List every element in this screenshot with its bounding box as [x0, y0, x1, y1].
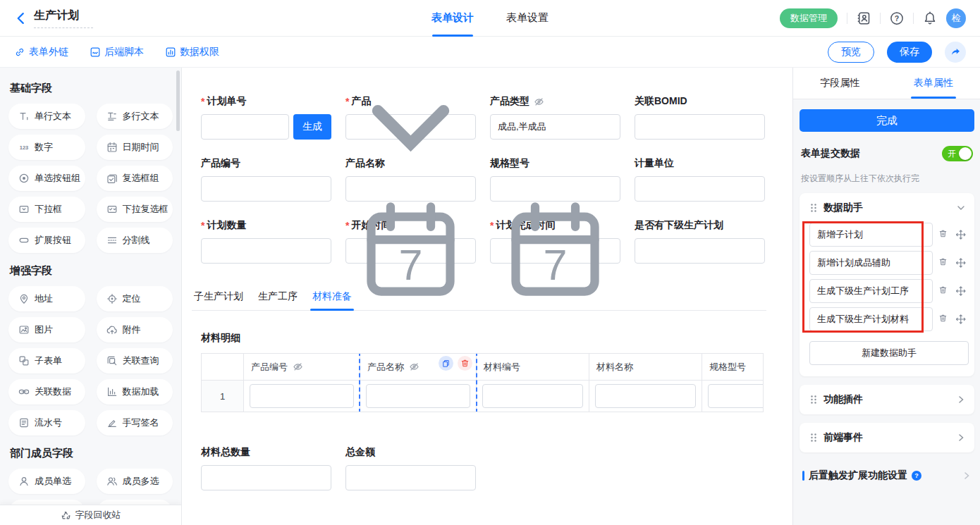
- finish-button[interactable]: 完成: [800, 109, 974, 132]
- field-label: 产品类型: [490, 94, 620, 109]
- assistant-item[interactable]: 新增子计划: [809, 223, 933, 247]
- share-icon[interactable]: [945, 42, 966, 63]
- canvas-subtab-2[interactable]: 材料准备: [310, 290, 354, 310]
- field-input[interactable]: [635, 238, 765, 264]
- field-pill-address[interactable]: 地址: [8, 286, 85, 311]
- bell-icon[interactable]: [923, 11, 937, 25]
- trash-icon[interactable]: [938, 285, 950, 297]
- field-pill-serial-number[interactable]: 流水号: [8, 410, 85, 436]
- help-icon[interactable]: ?: [890, 11, 904, 25]
- required-asterisk: *: [345, 96, 349, 107]
- table-cell-input[interactable]: [366, 384, 470, 408]
- field-pill-attachment[interactable]: 附件: [97, 317, 173, 342]
- drag-handle-icon[interactable]: [809, 203, 818, 213]
- field-recycle-bin[interactable]: 字段回收站: [0, 505, 181, 525]
- trash-icon[interactable]: [938, 314, 950, 325]
- field-input[interactable]: [201, 238, 331, 264]
- panel-card-header[interactable]: 功能插件: [800, 385, 974, 414]
- save-button[interactable]: 保存: [887, 42, 932, 63]
- data-manage-button[interactable]: 数据管理: [780, 8, 838, 28]
- data-assistant-header[interactable]: 数据助手: [800, 193, 974, 223]
- move-icon[interactable]: [955, 285, 967, 297]
- table-cell-input[interactable]: [482, 384, 583, 408]
- field-pill-multi-dropdown[interactable]: 下拉复选框: [97, 197, 173, 222]
- generate-button[interactable]: 生成: [293, 114, 331, 140]
- back-icon[interactable]: [14, 11, 28, 25]
- field-input[interactable]: [635, 176, 765, 202]
- trash-icon[interactable]: [938, 229, 950, 240]
- panel-tab-form-props[interactable]: 表单属性: [887, 68, 980, 99]
- external-link-icon: [14, 47, 25, 58]
- field-input[interactable]: [201, 176, 331, 202]
- field-pill-location[interactable]: 定位: [97, 286, 173, 311]
- move-icon[interactable]: [955, 257, 967, 268]
- field-pill-member-multi[interactable]: 成员多选: [97, 469, 173, 494]
- field-date-input[interactable]: 7: [490, 238, 620, 264]
- field-pill-signature[interactable]: 手写签名: [97, 410, 173, 436]
- copy-icon[interactable]: [439, 356, 453, 371]
- table-cell-input[interactable]: [595, 384, 696, 408]
- chevron-down-icon[interactable]: [956, 203, 966, 213]
- field-pill-datetime[interactable]: 日期时间: [97, 135, 173, 160]
- field-pill-subform[interactable]: 子表单: [8, 348, 85, 373]
- move-icon[interactable]: [955, 314, 967, 325]
- field-pill-dropdown[interactable]: 下拉框: [8, 197, 85, 222]
- canvas-subtab-1[interactable]: 生产工序: [256, 290, 300, 310]
- contacts-icon[interactable]: [857, 11, 871, 25]
- field-input[interactable]: [635, 114, 765, 140]
- table-cell-input[interactable]: [250, 384, 354, 408]
- trash-icon[interactable]: [938, 257, 950, 268]
- canvas-subtab-0[interactable]: 子生产计划: [192, 290, 245, 310]
- table-column-1: 产品名称: [360, 354, 477, 412]
- new-data-assistant-button[interactable]: 新建数据助手: [809, 341, 969, 365]
- field-select[interactable]: [345, 114, 476, 140]
- toolbar-link-label: 表单外链: [29, 46, 68, 58]
- field-input[interactable]: [201, 465, 331, 490]
- field-label: *计划单号: [201, 94, 331, 109]
- panel-tab-field-props[interactable]: 字段属性: [793, 68, 887, 99]
- toolbar-link-2[interactable]: 数据权限: [165, 46, 219, 58]
- field-input[interactable]: [201, 114, 289, 140]
- sidebar-scrollbar[interactable]: [176, 70, 180, 131]
- field-pill-single-line-text[interactable]: 单行文本: [8, 104, 85, 129]
- drag-handle-icon[interactable]: [809, 395, 818, 404]
- field-input[interactable]: [345, 465, 476, 490]
- field-pill-extend-button[interactable]: 扩展按钮: [8, 228, 85, 253]
- assistant-item[interactable]: 生成下级生产计划工序: [809, 279, 933, 303]
- field-pill-linked-query[interactable]: 关联查询: [97, 348, 173, 373]
- delete-icon[interactable]: [458, 356, 472, 371]
- post-trigger-settings[interactable]: 后置触发扩展功能设置 ?: [802, 469, 972, 482]
- form-field: *计划数量: [201, 218, 331, 264]
- avatar[interactable]: 检: [946, 8, 966, 28]
- assistant-item[interactable]: 生成下级生产计划材料: [809, 307, 933, 331]
- header-tab-form-design[interactable]: 表单设计: [431, 0, 474, 37]
- move-icon[interactable]: [955, 229, 967, 240]
- assistant-item[interactable]: 新增计划成品辅助: [809, 251, 933, 275]
- field-pill-member-single[interactable]: 成员单选: [8, 469, 85, 494]
- field-pill-linked-data[interactable]: 关联数据: [8, 379, 85, 404]
- header-tab-form-settings[interactable]: 表单设置: [506, 0, 549, 37]
- field-pill-multi-line-text[interactable]: 多行文本: [97, 104, 173, 129]
- field-pill-grid: 单行文本多行文本123数字日期时间单选按钮组复选框组下拉框下拉复选框扩展按钮分割…: [8, 104, 173, 253]
- toolbar-link-0[interactable]: 表单外链: [14, 46, 68, 58]
- row-number-column: 1: [202, 354, 244, 412]
- field-pill-number[interactable]: 123数字: [8, 135, 85, 160]
- field-label-text: 总金额: [345, 446, 375, 459]
- drag-handle-icon[interactable]: [809, 433, 818, 443]
- field-pill-divider[interactable]: 分割线: [97, 228, 173, 253]
- panel-card-header[interactable]: 前端事件: [800, 423, 974, 452]
- field-pill-checkbox-group[interactable]: 复选框组: [97, 166, 173, 191]
- field-date-input[interactable]: 7: [345, 238, 476, 264]
- submit-data-toggle[interactable]: 开: [942, 146, 973, 161]
- field-pill-label: 下拉框: [35, 203, 62, 216]
- toolbar-link-1[interactable]: 后端脚本: [90, 46, 144, 58]
- field-pill-radio-group[interactable]: 单选按钮组: [8, 166, 85, 191]
- preview-button[interactable]: 预览: [828, 42, 874, 63]
- field-input[interactable]: 成品,半成品: [490, 114, 620, 140]
- table-cell-input[interactable]: [708, 384, 764, 408]
- field-pill-image[interactable]: 图片: [8, 317, 85, 342]
- question-circle-icon[interactable]: ?: [911, 470, 922, 481]
- field-pill-label: 复选框组: [123, 172, 159, 185]
- field-pill-data-load[interactable]: 数据加载: [97, 379, 173, 404]
- form-title[interactable]: 生产计划: [34, 8, 93, 28]
